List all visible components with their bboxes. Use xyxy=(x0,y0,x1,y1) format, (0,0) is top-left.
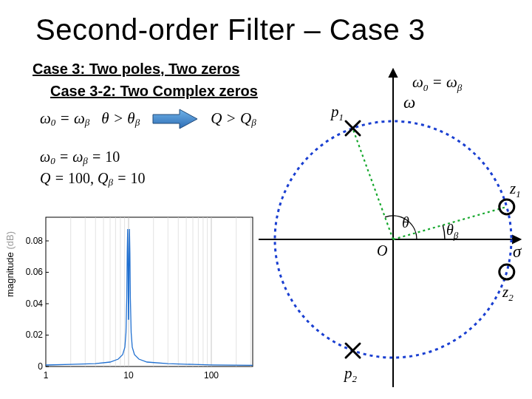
cond-q: Q > Qβ xyxy=(211,109,256,129)
arrow-icon xyxy=(151,108,199,130)
svg-text:0.02: 0.02 xyxy=(26,330,44,340)
svg-text:p2: p2 xyxy=(343,364,358,384)
svg-text:θβ: θβ xyxy=(446,222,459,241)
cond-omega: ω0 = ωβ xyxy=(40,109,89,129)
svg-text:1: 1 xyxy=(44,370,49,381)
svg-text:0.04: 0.04 xyxy=(26,299,44,309)
svg-line-39 xyxy=(352,129,393,239)
zero-z2 xyxy=(499,265,514,279)
pz-plane: ω0 = ωβ ω σ O p1 p2 z1 z2 θ θβ xyxy=(259,64,528,392)
mag-ylabel: magnitude (dB) xyxy=(4,231,16,297)
cond-theta: θ > θβ xyxy=(101,109,140,129)
svg-text:0: 0 xyxy=(38,361,43,372)
subtitle-case3-2: Case 3-2: Two Complex zeros xyxy=(50,83,258,100)
svg-text:0.08: 0.08 xyxy=(26,236,44,246)
svg-text:p1: p1 xyxy=(330,103,344,123)
svg-text:σ: σ xyxy=(513,242,522,261)
slide-title: Second-order Filter – Case 3 xyxy=(35,13,426,47)
condition-row: ω0 = ωβ θ > θβ Q > Qβ xyxy=(40,108,256,130)
pz-top-eq: ω0 = ωβ xyxy=(412,73,463,93)
svg-text:100: 100 xyxy=(204,370,219,381)
svg-text:z1: z1 xyxy=(509,180,521,200)
svg-text:O: O xyxy=(377,242,387,259)
svg-text:z2: z2 xyxy=(502,283,514,303)
svg-rect-0 xyxy=(46,217,253,366)
pole-p2 xyxy=(346,344,360,358)
magnitude-plot: magnitude (dB) xyxy=(0,208,263,399)
example-values: ω0 = ωβ = 10 Q = 100, Qβ = 10 xyxy=(40,146,145,189)
svg-text:θ: θ xyxy=(402,214,409,231)
svg-marker-37 xyxy=(389,69,397,77)
val-line2: Q = 100, Qβ = 10 xyxy=(40,168,145,189)
val-line1: ω0 = ωβ = 10 xyxy=(40,146,145,168)
pole-p1 xyxy=(346,121,360,135)
svg-text:ω: ω xyxy=(403,93,415,112)
svg-text:0.06: 0.06 xyxy=(26,267,44,277)
svg-text:10: 10 xyxy=(123,370,134,381)
subtitle-case3: Case 3: Two poles, Two zeros xyxy=(33,61,239,78)
